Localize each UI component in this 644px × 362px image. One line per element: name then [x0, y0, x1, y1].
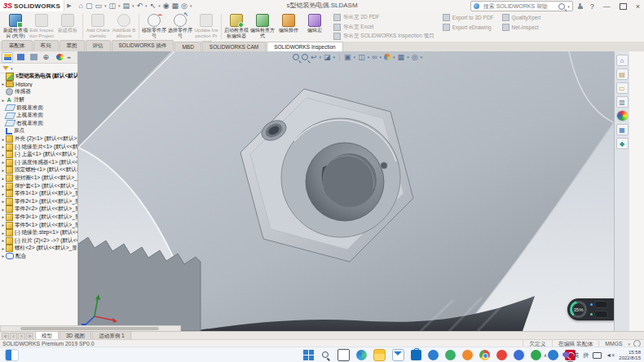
ribbon-button-new-template[interactable]: 新建模板 [55, 12, 80, 41]
tree-item[interactable]: ▸A注解 [0, 96, 77, 104]
display-style-icon[interactable]: ◫ [358, 53, 365, 61]
ribbon-button-add-characteristic[interactable]: Add Characteristic [86, 12, 110, 41]
options-gear-icon[interactable]: ◎ [181, 2, 187, 10]
tree-item[interactable]: ▸保护套<1> (默认<<默认>_显示状 [0, 182, 77, 190]
ribbon-button-remove-balloons[interactable]: 移除零件序号 [142, 12, 166, 41]
view-settings-icon[interactable]: ◎ [412, 53, 418, 61]
tab-MBD[interactable]: MBD [174, 42, 201, 51]
dropdown-caret-icon[interactable]: ▾ [380, 55, 382, 60]
solidworks-logo[interactable]: 3S SOLIDWORKS [0, 0, 64, 11]
dropdown-caret-icon[interactable]: ▾ [368, 55, 370, 60]
security-shield-icon[interactable] [562, 352, 569, 359]
appearances-icon[interactable] [616, 110, 629, 121]
print-icon[interactable]: ▤ [123, 2, 130, 10]
search-taskbar-icon[interactable] [320, 350, 331, 360]
tab-草图[interactable]: 草图 [60, 40, 85, 51]
dropdown-caret-icon[interactable]: ▾ [190, 3, 192, 8]
search-box[interactable]: ▾ [470, 1, 573, 11]
tree-item[interactable]: ▸零件2<2> (默认<<默认>_显示状态 [0, 205, 77, 214]
tree-item[interactable]: 上视基准面 [0, 112, 77, 120]
chrome2-taskbar-icon[interactable] [496, 350, 507, 360]
ribbon-button-select-balloons[interactable]: 选择零件序号 [168, 12, 192, 41]
chrome-taskbar-icon[interactable] [479, 350, 490, 360]
search-icon[interactable] [558, 3, 565, 10]
close-button[interactable]: × [633, 2, 642, 11]
tree-item[interactable]: 前视基准面 [0, 104, 77, 112]
solidworks-forum-icon[interactable]: ◆ [616, 138, 629, 149]
scrollbar-thumb[interactable] [20, 327, 159, 330]
ribbon-button-launch-template-editor[interactable]: 启动检查模板编辑器 [224, 12, 249, 41]
tray-expand-icon[interactable]: ∧ [544, 352, 547, 358]
app-book-taskbar-icon[interactable] [514, 350, 524, 360]
manager-tab-dimxpertmanager[interactable]: ⊕ [41, 52, 52, 63]
export-menu-item[interactable]: Export eDrawing [443, 24, 494, 31]
rebuild-icon[interactable]: ◉ [163, 2, 170, 10]
dropdown-caret-icon[interactable]: ▾ [421, 55, 423, 60]
tree-item[interactable]: s型铠装热电偶 (默认<默认>_显示状态-1 [0, 73, 77, 81]
filter-funnel-icon[interactable] [2, 66, 9, 70]
display-tray-icon[interactable] [593, 352, 602, 359]
dropdown-caret-icon[interactable]: ▾ [132, 3, 135, 8]
manager-tab-propertymanager[interactable] [15, 52, 26, 63]
search-input[interactable] [482, 2, 556, 10]
apply-scene-icon[interactable]: ▦ [398, 53, 405, 61]
tree-item[interactable]: 原点 [0, 127, 77, 135]
new-document-icon[interactable]: ▢ [86, 2, 93, 10]
tree-item[interactable]: ▸零件5<1> (默认<<默认>_显示状态 [0, 221, 77, 229]
dropdown-caret-icon[interactable]: ▾ [158, 3, 161, 8]
restore-button[interactable] [620, 3, 627, 10]
model-3d-view[interactable] [78, 51, 629, 331]
home-icon[interactable]: ⌂ [616, 55, 629, 66]
units-selector[interactable]: MMGS [598, 341, 628, 347]
ribbon-button-new-inspection-project[interactable]: 新建检查项目 (向导) [3, 12, 28, 41]
dropdown-caret-icon[interactable]: ▾ [104, 3, 107, 8]
dropdown-caret-icon[interactable]: ▾ [118, 3, 121, 8]
ribbon-button-edit-macro[interactable]: 编辑宏 [302, 12, 327, 41]
open-document-icon[interactable]: ▭ [95, 2, 102, 10]
manager-tab-displaymanager[interactable] [54, 52, 65, 63]
graphics-viewport[interactable]: ↩▾◪▾▣▾◫▾∞▾▾▦▾◎▾ 35% ⌂▤▭▥▦◆ [78, 51, 629, 331]
export-menu-item[interactable]: 导出至 Excel [333, 24, 434, 31]
mail-taskbar-icon[interactable] [392, 349, 404, 361]
tree-item[interactable]: ▸螺柱<2> (默认<<默认>_显示状态 [0, 245, 77, 253]
ime-language[interactable]: 英 [573, 351, 579, 360]
manager-tab-configurationmanager[interactable] [28, 52, 39, 63]
app-blue-taskbar-icon[interactable] [428, 350, 439, 360]
hide-show-items-icon[interactable]: ∞ [372, 53, 377, 61]
tree-item[interactable]: ▸配合 [0, 253, 77, 261]
ime-mode[interactable]: 拼 [583, 351, 589, 360]
tree-item[interactable]: ▸(-) 绝缘垫片<1> (默认<<默认>_显 [0, 143, 77, 151]
tree-item[interactable]: ▸(-) 拉片 (2)<2> ->? (默认<<默认> [0, 236, 77, 245]
ribbon-button-edit-inspection-project[interactable]: Edit Inspection Project [29, 12, 54, 41]
section-view-icon[interactable]: ◪ [324, 53, 331, 61]
previous-view-icon[interactable]: ↩ [311, 53, 317, 61]
tree-item[interactable]: 传感器 [0, 88, 77, 96]
manager-tab-featuremanager-design-tree[interactable] [2, 52, 13, 63]
app-green-taskbar-icon[interactable] [445, 350, 456, 360]
ribbon-button-edit-operations[interactable]: 编辑操作 [276, 12, 301, 41]
tree-item[interactable]: ▸History [0, 81, 77, 89]
export-menu-item[interactable]: Net-Inspect [502, 24, 541, 31]
tree-item[interactable]: ▸(-) 温度传感器<1> (默认<<默认>_ [0, 159, 77, 167]
tab-评估[interactable]: 评估 [86, 40, 111, 51]
tree-item[interactable]: ▸外壳 (2)<1> (默认<<默认>_显示状 [0, 135, 77, 143]
custom-properties-icon[interactable]: ▦ [616, 124, 629, 135]
help-button[interactable]: ? [588, 2, 597, 11]
volume-icon[interactable]: ◄× [606, 352, 615, 358]
recorder-button-1[interactable] [594, 301, 608, 308]
view-orientation-icon[interactable]: ▣ [344, 53, 351, 61]
undo-icon[interactable]: ↶ [137, 2, 143, 10]
tree-item[interactable]: ▸(-) 上盖<1> (默认<<默认>_显示状 [0, 151, 77, 159]
recorder-button-2[interactable] [594, 311, 608, 318]
filter-caret-icon[interactable]: ▾ [11, 66, 13, 71]
app-s-taskbar-icon[interactable] [531, 350, 541, 360]
tree-item[interactable]: ▸固定螺栓<1> (默认<<默认>_显示 [0, 166, 77, 174]
export-menu-item[interactable]: Export to 3D PDF [443, 14, 494, 21]
tree-item[interactable]: ▸(-) 绝缘垫.step<1> (默认<<默认> [0, 229, 77, 237]
dropdown-caret-icon[interactable]: ▾ [145, 3, 148, 8]
dropdown-caret-icon[interactable]: ▾ [320, 55, 322, 60]
onedrive-icon[interactable] [551, 353, 558, 358]
save-icon[interactable]: ◫ [109, 2, 117, 10]
tree-item[interactable]: ▸零件3<1> (默认<<默认>_显示状态 [0, 214, 77, 222]
app-orange-taskbar-icon[interactable] [462, 350, 473, 360]
